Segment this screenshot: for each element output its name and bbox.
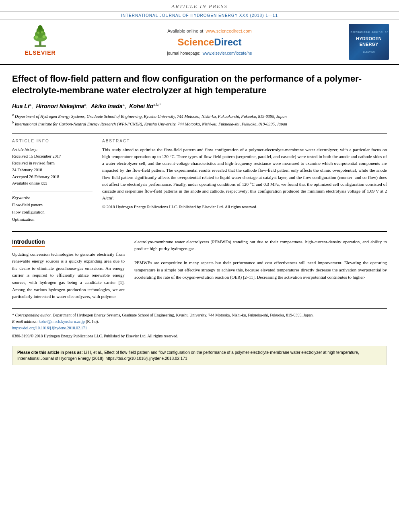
journal-cover: International Journal of HYDROGEN ENERGY…	[349, 24, 389, 60]
article-history: Article history: Received 15 December 20…	[12, 146, 93, 191]
header-center: Available online at www.sciencedirect.co…	[72, 24, 347, 60]
body-content: Introduction Updating conversion technol…	[12, 231, 387, 300]
journal-homepage: journal homepage: www.elsevier.com/locat…	[167, 51, 252, 55]
keywords-section: Keywords: Flow-field pattern Flow config…	[12, 195, 93, 223]
author-1: Hua Li	[12, 103, 29, 109]
authors-line: Hua Lia, Hironori Nakajimaa, Akiko Inada…	[12, 103, 387, 109]
elsevier-label: ELSEVIER	[25, 49, 56, 56]
journal-cover-area: International Journal of HYDROGEN ENERGY…	[347, 24, 391, 60]
footer-notes: * Corresponding author. Department of Hy…	[12, 308, 387, 339]
author-3: Akiko Inada	[91, 103, 123, 109]
abstract-header: ABSTRACT	[102, 139, 387, 143]
affiliation-b: b International Institute for Carbon-Neu…	[12, 120, 387, 127]
email-line: E-mail address: kohei@mech.kyushu-u.ac.j…	[12, 318, 387, 325]
article-info-column: ARTICLE INFO Article history: Received 1…	[12, 139, 93, 223]
body-right-column: electrolyte-membrane water electrolyzers…	[134, 238, 387, 300]
abstract-column: ABSTRACT This study aimed to optimize th…	[102, 139, 387, 223]
sciencedirect-logo: ScienceDirect	[178, 37, 242, 48]
affiliation-a: a Department of Hydrogen Energy Systems,…	[12, 113, 387, 119]
keywords-label: Keywords:	[12, 195, 93, 200]
keyword-1: Flow-field pattern	[12, 201, 93, 209]
corresponding-author-line: * Corresponding author. Department of Hy…	[12, 312, 387, 318]
article-info-abstract-section: ARTICLE INFO Article history: Received 1…	[12, 134, 387, 223]
journal-homepage-link[interactable]: www.elsevier.com/locate/he	[203, 51, 252, 55]
citation-box: Please cite this article in press as: Li…	[12, 346, 387, 365]
article-in-press-banner: ARTICLE IN PRESS	[0, 0, 399, 12]
keyword-3: Optimization	[12, 216, 93, 223]
doi-link[interactable]: https://doi.org/10.1016/j.ijhydene.2018.…	[12, 326, 87, 330]
available-online-text: Available online at www.sciencedirect.co…	[167, 29, 252, 33]
affiliations: a Department of Hydrogen Energy Systems,…	[12, 113, 387, 127]
author-2: Hironori Nakajima	[36, 103, 84, 109]
journal-name-bar: INTERNATIONAL JOURNAL OF HYDROGEN ENERGY…	[0, 12, 399, 20]
abstract-text: This study aimed to optimize the flow-fi…	[102, 146, 387, 201]
sciencedirect-url[interactable]: www.sciencedirect.com	[206, 29, 251, 33]
svg-rect-1	[35, 45, 46, 47]
svg-point-6	[35, 36, 38, 39]
header-area: ELSEVIER Available online at www.science…	[0, 20, 399, 65]
abstract-copyright: © 2018 Hydrogen Energy Publications LLC.…	[102, 205, 387, 209]
main-content: Effect of flow-field pattern and flow co…	[0, 65, 399, 373]
article-info-header: ARTICLE INFO	[12, 139, 93, 143]
svg-point-7	[43, 35, 45, 38]
elsevier-tree-icon	[24, 24, 56, 48]
introduction-heading: Introduction	[12, 238, 45, 247]
svg-point-5	[38, 25, 42, 30]
footer-copyright: 0360-3199/© 2018 Hydrogen Energy Publica…	[12, 333, 387, 339]
article-title: Effect of flow-field pattern and flow co…	[12, 73, 387, 96]
author-4: Kohei Ito	[129, 103, 153, 109]
intro-right-text: electrolyte-membrane water electrolyzers…	[134, 238, 387, 281]
email-link[interactable]: kohei@mech.kyushu-u.ac.jp	[39, 319, 84, 324]
elsevier-logo-area: ELSEVIER	[8, 24, 72, 60]
keyword-2: Flow configuration	[12, 209, 93, 216]
svg-point-9	[41, 31, 43, 33]
body-left-column: Introduction Updating conversion technol…	[12, 238, 125, 300]
svg-point-8	[37, 31, 40, 34]
intro-left-text: Updating conversion technologies to gene…	[12, 251, 125, 300]
